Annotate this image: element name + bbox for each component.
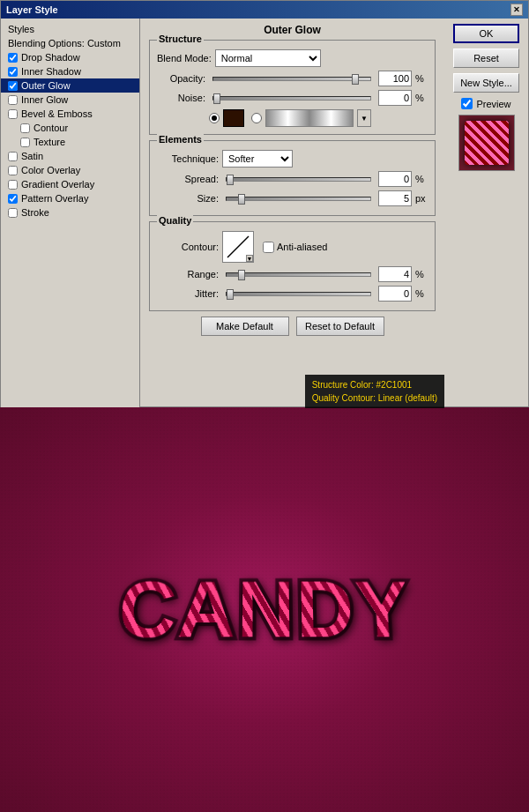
- range-slider[interactable]: [226, 272, 371, 277]
- color-row: ▼: [157, 109, 428, 127]
- opacity-slider[interactable]: [212, 77, 371, 81]
- quality-section: Quality Contour: ▼ Anti-alia: [149, 221, 436, 311]
- size-slider[interactable]: [226, 197, 371, 201]
- opacity-thumb[interactable]: [352, 74, 359, 85]
- dialog-body: Styles Blending Options: Custom Drop Sha…: [1, 19, 528, 408]
- spread-slider[interactable]: [226, 177, 371, 182]
- make-default-button[interactable]: Make Default: [201, 317, 289, 336]
- jitter-thumb[interactable]: [227, 289, 234, 300]
- actions-row: Make Default Reset to Default: [149, 317, 436, 336]
- range-row: Range: %: [157, 266, 428, 282]
- sidebar-item-blending[interactable]: Blending Options: Custom: [1, 36, 139, 50]
- ok-button[interactable]: OK: [453, 24, 519, 43]
- dialog-title: Layer Style: [6, 4, 58, 15]
- sidebar-styles-label: Styles: [8, 24, 132, 34]
- gradient-dropdown-button[interactable]: ▼: [357, 109, 371, 127]
- jitter-unit: %: [415, 288, 428, 299]
- right-panel: OK Reset New Style... Preview: [444, 19, 528, 408]
- sidebar-item-bevel-emboss[interactable]: Bevel & Emboss: [1, 107, 139, 121]
- noise-slider[interactable]: [212, 96, 371, 101]
- noise-input[interactable]: [378, 90, 412, 106]
- bevel-emboss-checkbox[interactable]: [8, 109, 18, 119]
- sidebar-inner-shadow-label: Inner Shadow: [21, 66, 132, 77]
- sidebar-item-outer-glow[interactable]: Outer Glow: [1, 78, 139, 93]
- range-label: Range:: [157, 269, 219, 279]
- range-input[interactable]: [378, 266, 412, 282]
- preview-stripe: [465, 121, 509, 165]
- gradient-swatch[interactable]: [265, 109, 354, 127]
- technique-select[interactable]: Softer Precise: [222, 150, 293, 168]
- sidebar-outer-glow-label: Outer Glow: [21, 80, 132, 91]
- stroke-checkbox[interactable]: [8, 208, 18, 218]
- size-unit: px: [415, 193, 428, 204]
- sidebar-item-drop-shadow[interactable]: Drop Shadow: [1, 50, 139, 64]
- contour-dropdown-arrow[interactable]: ▼: [246, 255, 253, 262]
- tooltip-line2: Quality Contour: Linear (default): [312, 391, 437, 405]
- canvas-area: CANDY CANDY: [0, 407, 529, 812]
- contour-checkbox[interactable]: [20, 123, 30, 133]
- color-swatch[interactable]: [223, 109, 244, 127]
- new-style-button[interactable]: New Style...: [453, 73, 519, 93]
- preview-checkbox[interactable]: [461, 98, 473, 109]
- opacity-input[interactable]: [378, 71, 412, 86]
- preview-label: Preview: [476, 99, 510, 109]
- jitter-slider[interactable]: [226, 292, 371, 296]
- sidebar-bevel-emboss-label: Bevel & Emboss: [21, 108, 132, 119]
- left-panel: Styles Blending Options: Custom Drop Sha…: [1, 19, 140, 408]
- color-overlay-checkbox[interactable]: [8, 166, 18, 175]
- sidebar-item-color-overlay[interactable]: Color Overlay: [1, 163, 139, 177]
- anti-aliased-text: Anti-aliased: [277, 242, 327, 252]
- sidebar-texture-label: Texture: [34, 137, 132, 147]
- close-button[interactable]: ✕: [510, 4, 523, 16]
- sidebar-item-gradient-overlay[interactable]: Gradient Overlay: [1, 177, 139, 191]
- sidebar-item-inner-shadow[interactable]: Inner Shadow: [1, 64, 139, 78]
- sidebar-drop-shadow-label: Drop Shadow: [21, 52, 132, 63]
- anti-aliased-label[interactable]: Anti-aliased: [263, 242, 327, 253]
- texture-checkbox[interactable]: [20, 138, 30, 147]
- preview-row: Preview: [461, 98, 510, 109]
- inner-shadow-checkbox[interactable]: [8, 67, 18, 77]
- gradient-overlay-checkbox[interactable]: [8, 180, 18, 190]
- sidebar-item-pattern-overlay[interactable]: Pattern Overlay: [1, 191, 139, 205]
- reset-to-default-button[interactable]: Reset to Default: [296, 317, 384, 336]
- contour-preview[interactable]: ▼: [222, 231, 254, 263]
- jitter-input[interactable]: [378, 286, 412, 302]
- opacity-row: Opacity: %: [157, 71, 428, 86]
- pattern-overlay-checkbox[interactable]: [8, 194, 18, 204]
- sidebar-item-satin[interactable]: Satin: [1, 149, 139, 163]
- noise-label: Noise:: [157, 93, 205, 103]
- blend-mode-select[interactable]: Normal Multiply Screen Overlay: [215, 49, 321, 67]
- outer-glow-checkbox[interactable]: [8, 81, 18, 91]
- sidebar-item-stroke[interactable]: Stroke: [1, 205, 139, 220]
- range-thumb[interactable]: [238, 270, 245, 280]
- structure-title: Structure: [157, 34, 204, 44]
- spread-thumb[interactable]: [227, 175, 234, 185]
- elements-section: Elements Technique: Softer Precise Sprea…: [149, 140, 436, 216]
- sidebar-item-inner-glow[interactable]: Inner Glow: [1, 93, 139, 107]
- sidebar-contour-label: Contour: [34, 123, 132, 133]
- reset-button[interactable]: Reset: [453, 48, 519, 68]
- quality-title: Quality: [157, 215, 193, 226]
- drop-shadow-checkbox[interactable]: [8, 53, 18, 63]
- blend-mode-label: Blend Mode:: [157, 53, 212, 63]
- gradient-radio[interactable]: [251, 113, 262, 123]
- spread-row: Spread: %: [157, 171, 428, 187]
- main-panel: Outer Glow Structure Blend Mode: Normal …: [140, 19, 444, 408]
- inner-glow-checkbox[interactable]: [8, 95, 18, 105]
- satin-checkbox[interactable]: [8, 152, 18, 161]
- solid-color-radio[interactable]: [209, 113, 220, 123]
- size-row: Size: px: [157, 190, 428, 206]
- anti-aliased-checkbox[interactable]: [263, 242, 274, 253]
- contour-label: Contour:: [157, 242, 219, 252]
- sidebar-item-texture[interactable]: Texture: [1, 135, 139, 149]
- technique-label: Technique:: [157, 153, 219, 164]
- size-input[interactable]: [378, 190, 412, 206]
- opacity-label: Opacity:: [157, 73, 205, 84]
- spread-input[interactable]: [378, 171, 412, 187]
- noise-thumb[interactable]: [213, 93, 220, 104]
- sidebar-satin-label: Satin: [21, 151, 132, 161]
- sidebar-item-contour[interactable]: Contour: [1, 121, 139, 135]
- size-thumb[interactable]: [238, 194, 245, 205]
- sidebar-item-styles[interactable]: Styles: [1, 22, 139, 36]
- noise-unit: %: [415, 93, 428, 103]
